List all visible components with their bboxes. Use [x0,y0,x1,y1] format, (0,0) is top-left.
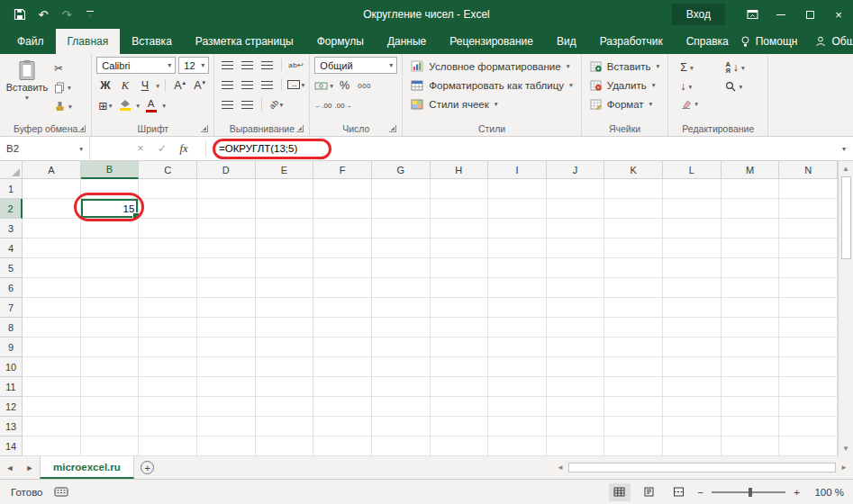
copy-button[interactable]: ▾ [54,80,72,94]
comma-style-button[interactable]: 000 [356,77,373,94]
cell-H5[interactable] [431,258,489,278]
cell-E3[interactable] [256,219,314,238]
font-name-select[interactable]: Calibri▾ [96,57,176,74]
cell-E11[interactable] [256,377,314,397]
row-header-14[interactable]: 14 [0,436,23,456]
cell-D14[interactable] [197,436,256,456]
cell-B8[interactable] [81,318,140,338]
cell-I2[interactable] [488,199,547,219]
align-bottom-button[interactable] [259,57,276,73]
cell-N3[interactable] [779,219,838,238]
ribbon-display-options-button[interactable] [738,0,767,29]
cell-G13[interactable] [372,417,431,436]
cell-styles-button[interactable]: Стили ячеек ▾ [407,94,576,113]
page-layout-view-button[interactable] [639,483,660,501]
cell-A6[interactable] [23,278,81,298]
cell-E12[interactable] [256,397,314,417]
cell-H10[interactable] [431,357,489,377]
format-as-table-button[interactable]: Форматировать как таблицу ▾ [407,76,576,94]
cell-C13[interactable] [139,417,197,436]
cell-G1[interactable] [372,179,431,199]
scroll-right-button[interactable]: ► [838,464,850,472]
conditional-formatting-button[interactable]: Условное форматирование ▾ [407,57,576,76]
tab-формулы[interactable]: Формулы [305,29,376,54]
cell-H1[interactable] [431,179,489,199]
cell-B7[interactable] [81,298,140,318]
cell-M9[interactable] [721,338,780,357]
cell-M6[interactable] [721,278,780,298]
accounting-format-button[interactable]: ▾ [314,77,333,94]
orientation-button[interactable]: ab▾ [268,96,285,112]
cell-K14[interactable] [604,436,663,456]
undo-button[interactable]: ↶ [32,4,54,25]
number-format-select[interactable]: Общий▾ [314,57,397,74]
cell-B10[interactable] [81,357,140,377]
page-break-preview-button[interactable] [668,483,690,501]
cell-K6[interactable] [604,278,663,298]
cell-L7[interactable] [663,298,721,318]
cell-D5[interactable] [197,258,256,278]
cell-D12[interactable] [197,397,256,417]
minimize-button[interactable] [767,0,795,29]
cell-B1[interactable] [81,179,140,199]
close-button[interactable]: × [824,0,853,29]
cell-C14[interactable] [139,436,197,456]
confirm-entry-button[interactable]: ✓ [151,142,173,155]
cell-D13[interactable] [197,417,256,436]
italic-button[interactable]: К [116,77,133,94]
row-header-11[interactable]: 11 [0,377,23,397]
cell-K3[interactable] [604,219,663,238]
cell-N11[interactable] [779,377,838,397]
cell-F8[interactable] [313,318,372,338]
cell-A5[interactable] [23,258,81,278]
column-header-B[interactable]: B [81,161,140,179]
cut-button[interactable]: ✂ [54,61,72,76]
cell-H11[interactable] [431,377,489,397]
column-header-I[interactable]: I [488,161,547,179]
cell-B3[interactable] [81,219,140,238]
cell-I13[interactable] [488,417,547,436]
cell-M7[interactable] [721,298,780,318]
cell-N9[interactable] [779,338,838,357]
tab-вставка[interactable]: Вставка [120,29,184,54]
insert-function-button[interactable]: fx [173,142,195,156]
cell-C12[interactable] [139,397,197,417]
wrap-text-button[interactable]: ab↩ [287,57,304,73]
cell-N8[interactable] [779,318,838,338]
align-left-button[interactable] [219,76,236,93]
save-button[interactable] [9,4,31,25]
cell-B2[interactable]: 15 [81,199,140,219]
cell-I8[interactable] [488,318,547,338]
cell-H2[interactable] [431,199,489,219]
cell-B12[interactable] [81,397,140,417]
row-header-1[interactable]: 1 [0,179,23,199]
cell-G11[interactable] [372,377,431,397]
cell-G5[interactable] [372,258,431,278]
scroll-up-button[interactable]: ▲ [842,163,849,175]
cell-H9[interactable] [431,338,489,357]
cell-D7[interactable] [197,298,256,318]
row-header-13[interactable]: 13 [0,417,23,436]
redo-button[interactable]: ↷ [56,4,77,25]
underline-button[interactable]: Ч [136,77,153,94]
cell-H8[interactable] [431,318,489,338]
cell-N10[interactable] [779,357,838,377]
row-header-10[interactable]: 10 [0,357,23,377]
cell-A13[interactable] [23,417,81,436]
cell-K4[interactable] [604,238,663,258]
cell-L4[interactable] [663,238,721,258]
cell-L5[interactable] [663,258,721,278]
cell-M1[interactable] [721,179,780,199]
cell-G3[interactable] [372,219,431,238]
align-center-button[interactable] [239,76,256,93]
tab-рецензирование[interactable]: Рецензирование [438,29,545,54]
cell-G2[interactable] [372,199,431,219]
cell-C11[interactable] [139,377,197,397]
autosum-button[interactable]: Σ▾ [680,61,709,74]
cell-M4[interactable] [721,238,780,258]
cell-M3[interactable] [721,219,780,238]
column-header-D[interactable]: D [197,161,256,179]
cell-H3[interactable] [431,219,489,238]
cell-D1[interactable] [197,179,256,199]
formula-input[interactable]: =ОКРУГЛТ(13;5) [206,137,835,160]
